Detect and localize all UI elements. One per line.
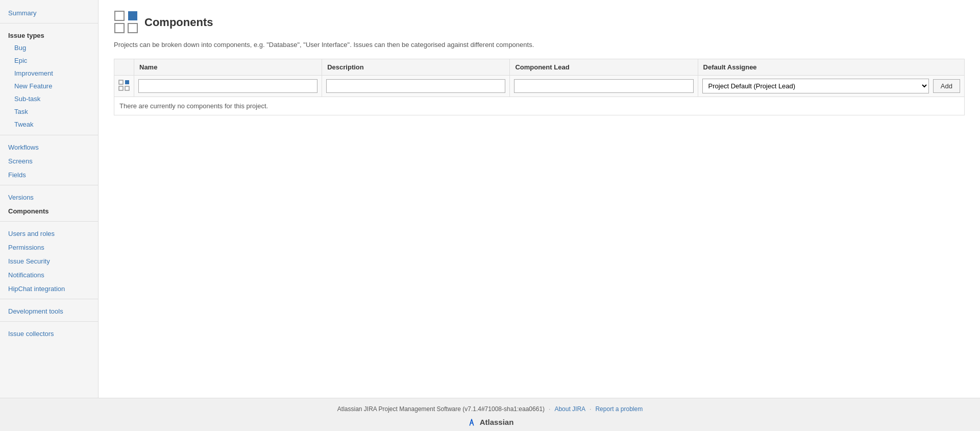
col-icon-header [114,59,134,76]
sidebar-item-new-feature[interactable]: New Feature [0,80,98,92]
description-input-cell [322,76,510,97]
sidebar-divider-2 [0,135,98,135]
col-component-lead-header: Component Lead [510,59,698,76]
no-components-cell: There are currently no components for th… [114,97,965,115]
svg-rect-7 [125,86,129,90]
description-input[interactable] [326,79,505,93]
svg-rect-3 [128,23,137,33]
add-component-button[interactable]: Add [933,79,960,93]
svg-rect-2 [115,23,124,33]
main-content: Components Projects can be broken down i… [99,0,980,398]
sidebar-divider-3 [0,185,98,185]
footer-report-link[interactable]: Report a problem [595,405,643,413]
atlassian-text: Atlassian [480,418,514,426]
sidebar-item-dev-tools[interactable]: Development tools [0,303,98,317]
sidebar-item-epic[interactable]: Epic [0,54,98,67]
sidebar-item-users-roles[interactable]: Users and roles [0,226,98,240]
sidebar-divider-6 [0,321,98,322]
assignee-select-wrapper: Project Default (Project Lead) Add [702,79,960,93]
sidebar: Summary Issue types Bug Epic Improvement… [0,0,99,398]
footer-about-link[interactable]: About JIRA [554,405,585,413]
page-header: Components [114,10,965,35]
name-input[interactable] [138,79,317,93]
sidebar-item-fields[interactable]: Fields [0,167,98,181]
table-header-row: Name Description Component Lead Default … [114,59,965,76]
sidebar-item-notifications[interactable]: Notifications [0,267,98,281]
components-table: Name Description Component Lead Default … [114,59,965,115]
svg-rect-0 [115,11,124,20]
sidebar-divider-5 [0,299,98,299]
sidebar-item-bug[interactable]: Bug [0,41,98,54]
col-description-header: Description [322,59,510,76]
component-lead-input[interactable] [514,79,693,93]
components-icon [114,10,138,35]
col-default-assignee-header: Default Assignee [698,59,964,76]
footer-sep-1: · [549,405,550,413]
footer-text: Atlassian JIRA Project Management Softwa… [337,405,545,413]
svg-rect-1 [128,11,137,20]
add-component-row: Project Default (Project Lead) Add [114,76,965,97]
atlassian-logo-icon [467,417,477,427]
sidebar-item-sub-task[interactable]: Sub-task [0,92,98,105]
page-title: Components [144,16,213,29]
sidebar-item-tweak[interactable]: Tweak [0,118,98,131]
sidebar-section-issue-types: Issue types [0,28,98,41]
svg-rect-6 [119,86,123,90]
component-row-icon [118,80,130,91]
footer-links: Atlassian JIRA Project Management Softwa… [0,405,980,413]
assignee-select[interactable]: Project Default (Project Lead) [702,79,929,93]
footer: Atlassian JIRA Project Management Softwa… [0,398,980,431]
sidebar-divider-1 [0,23,98,23]
sidebar-item-improvement[interactable]: Improvement [0,67,98,80]
col-name-header: Name [134,59,322,76]
sidebar-item-hipchat[interactable]: HipChat integration [0,281,98,295]
no-components-row: There are currently no components for th… [114,97,965,115]
footer-sep-2: · [590,405,591,413]
sidebar-item-permissions[interactable]: Permissions [0,240,98,253]
component-lead-input-cell [510,76,698,97]
sidebar-item-summary[interactable]: Summary [0,5,98,19]
page-description: Projects can be broken down into compone… [114,41,965,49]
svg-rect-4 [119,80,123,84]
sidebar-item-task[interactable]: Task [0,105,98,118]
sidebar-item-versions[interactable]: Versions [0,189,98,203]
add-row-icon-cell [114,76,134,97]
sidebar-item-issue-security[interactable]: Issue Security [0,253,98,267]
name-input-cell [134,76,322,97]
sidebar-item-issue-collectors[interactable]: Issue collectors [0,326,98,340]
sidebar-item-screens[interactable]: Screens [0,153,98,167]
sidebar-item-components: Components [0,203,98,217]
atlassian-logo: Atlassian [0,417,980,427]
sidebar-divider-4 [0,221,98,222]
default-assignee-cell: Project Default (Project Lead) Add [698,76,964,97]
sidebar-item-workflows[interactable]: Workflows [0,139,98,153]
svg-rect-5 [125,80,129,84]
